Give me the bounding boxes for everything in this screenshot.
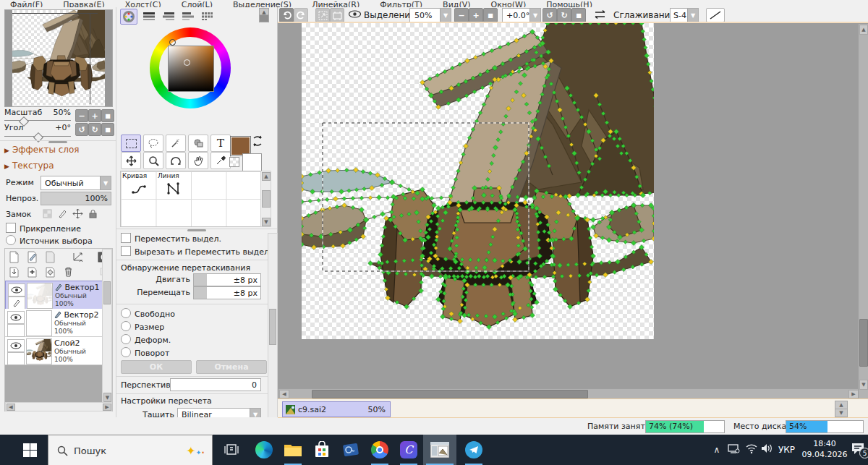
zoom-reset-button[interactable]: ■	[101, 109, 114, 122]
scale-slider[interactable]	[4, 120, 71, 121]
checkbox-icon[interactable]	[121, 246, 131, 256]
transfer-down-icon[interactable]	[8, 265, 20, 278]
scroll-down-icon[interactable]: ▼	[103, 393, 111, 402]
hsv-sliders-tab[interactable]	[161, 9, 176, 23]
taskbar-app-store[interactable]	[307, 435, 336, 465]
document-view[interactable]	[302, 23, 654, 339]
radio-size[interactable]: Размер	[121, 321, 164, 332]
layer-row-vector1[interactable]: Вектор1 Обычный 100%	[5, 281, 103, 310]
transform-axes-icon[interactable]	[72, 251, 85, 263]
color-wheel-tab[interactable]	[120, 9, 137, 25]
divider-handle[interactable]	[48, 141, 67, 143]
layer-visibility-toggle[interactable]	[7, 311, 25, 324]
layer-visibility-toggle[interactable]	[7, 339, 25, 352]
canvas-hscroll-thumb[interactable]	[312, 390, 588, 398]
canvas-vscroll-thumb[interactable]	[859, 319, 868, 367]
tab-scroll-down-icon[interactable]: ▼	[835, 409, 848, 417]
scroll-down-icon[interactable]: ▼	[262, 218, 271, 226]
preset-vscrollbar[interactable]: ▲ ▼	[260, 171, 271, 227]
lock-move-icon[interactable]	[72, 208, 83, 219]
line-style-button[interactable]	[706, 8, 725, 22]
rotate-canvas-tool[interactable]	[166, 152, 186, 169]
new-folder-icon[interactable]	[44, 251, 56, 263]
flip-horizontal-icon[interactable]	[593, 9, 608, 20]
mixer-tab[interactable]	[180, 9, 196, 23]
angle-select[interactable]: +0.0° ▼	[502, 8, 541, 22]
toolbar-zoom-out-button[interactable]: −	[454, 8, 469, 22]
rotate-reset-button[interactable]: ■	[101, 123, 114, 136]
redo-button[interactable]	[294, 8, 308, 22]
scroll-right-icon[interactable]: ▶	[103, 404, 111, 411]
zoom-in-button[interactable]: +	[88, 109, 101, 122]
angle-slider[interactable]	[4, 136, 71, 137]
selection-eye-icon[interactable]	[349, 10, 361, 18]
radio-icon[interactable]	[121, 308, 131, 318]
ok-button[interactable]: ОК	[121, 360, 192, 374]
rect-select-tool[interactable]	[121, 135, 141, 152]
cancel-button[interactable]: Отмена	[196, 360, 267, 374]
eyedropper-tool[interactable]	[210, 152, 231, 169]
layers-vscrollbar[interactable]: ▼	[102, 249, 112, 404]
move-selection-checkbox[interactable]: Переместить выдел.	[121, 233, 221, 244]
swap-colors-icon[interactable]	[251, 135, 264, 148]
menu-help[interactable]: Помощь(H)	[536, 0, 603, 7]
scroll-right-icon[interactable]: ▶	[848, 390, 859, 398]
radio-icon[interactable]	[6, 235, 16, 245]
text-tool[interactable]: T	[210, 135, 231, 152]
radio-deform[interactable]: Деформ.	[121, 334, 171, 345]
middle-vscrollbar[interactable]: ▼	[268, 233, 278, 435]
lasso-tool[interactable]	[143, 135, 163, 152]
layer-draft-toggle[interactable]	[8, 297, 25, 310]
menu-edit[interactable]: Правка(E)	[53, 0, 114, 7]
undo-button[interactable]	[279, 8, 294, 22]
new-vector-layer-icon[interactable]	[26, 251, 38, 263]
search-box[interactable]: Пошук ✦✦•	[48, 435, 213, 465]
taskbar-app-telegram[interactable]	[459, 435, 488, 465]
clock[interactable]: 18:40 09.04.2026	[801, 438, 848, 460]
tray-device-icon[interactable]	[728, 443, 740, 454]
clipping-checkbox-row[interactable]: Прикрепление	[6, 223, 81, 234]
menu-layer[interactable]: Слой(L)	[171, 0, 223, 7]
canvas-area[interactable]: ◀ ▶ ▲ ▼	[278, 22, 868, 400]
move-threshold-field[interactable]: ±8 px	[193, 273, 261, 286]
sv-marker[interactable]	[184, 59, 190, 66]
panel-collapse-down-button[interactable]	[259, 14, 269, 22]
clear-layer-icon[interactable]	[44, 265, 56, 278]
line-tool-icon[interactable]	[166, 180, 182, 196]
divider-handle[interactable]	[187, 229, 206, 231]
layers-hscrollbar[interactable]: ◀ ▶	[5, 402, 112, 411]
scroll-down-icon[interactable]: ▼	[859, 380, 868, 390]
taskbar-app-edge[interactable]	[250, 435, 278, 465]
layer-row-sloy2[interactable]: Слой2 Обычный 100%	[5, 337, 102, 365]
move-tool[interactable]	[121, 152, 141, 169]
rgb-sliders-tab[interactable]	[141, 9, 157, 23]
texture-header[interactable]: ▶Текстура	[4, 161, 54, 171]
navigator-preview[interactable]	[4, 9, 113, 107]
layer-row-vector2[interactable]: Вектор2 Обычный 100%	[5, 309, 102, 337]
scroll-up-icon[interactable]: ▲	[859, 25, 868, 35]
shape-select-tool[interactable]	[188, 135, 208, 152]
taskbar-app-explorer[interactable]	[278, 435, 307, 465]
tray-chevron-up-icon[interactable]: ∧	[710, 443, 723, 456]
add-layer-icon[interactable]	[26, 265, 38, 278]
scroll-left-icon[interactable]: ◀	[7, 404, 15, 411]
hue-marker[interactable]	[169, 39, 176, 46]
menu-window[interactable]: Окно(W)	[481, 0, 537, 7]
swatches-tab[interactable]	[200, 9, 216, 23]
blend-mode-select[interactable]: Обычный ▼	[41, 176, 111, 190]
opacity-slider[interactable]: 100%	[41, 192, 111, 205]
toolbar-rotate-cw-button[interactable]: ↻	[557, 8, 571, 22]
scroll-left-icon[interactable]: ◀	[279, 390, 289, 398]
toolbar-rotate-ccw-button[interactable]: ↺	[542, 8, 557, 22]
zoom-tool[interactable]	[143, 152, 163, 169]
task-view-button[interactable]	[217, 435, 246, 465]
menu-filter[interactable]: Фильтр(T)	[370, 0, 433, 7]
selection-source-row[interactable]: Источник выбора	[6, 235, 93, 246]
zoom-out-button[interactable]: −	[75, 109, 88, 122]
lock-pencil-icon[interactable]	[57, 208, 68, 219]
checkbox-icon[interactable]	[6, 223, 16, 233]
scroll-up-icon[interactable]: ▲	[262, 172, 271, 181]
notification-center-button[interactable]: 5	[851, 442, 867, 458]
menu-view[interactable]: Вид(V)	[433, 0, 480, 7]
radio-icon[interactable]	[121, 334, 131, 344]
